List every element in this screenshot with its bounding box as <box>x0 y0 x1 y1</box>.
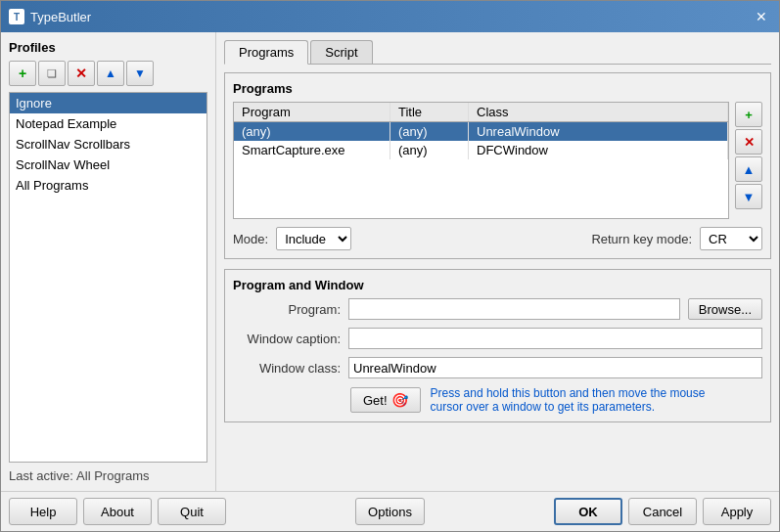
window-caption-input[interactable] <box>348 328 762 349</box>
window-class-row: Window class: <box>233 357 762 378</box>
profile-list[interactable]: IgnoreNotepad ExampleScrollNav Scrollbar… <box>9 92 207 463</box>
mode-select[interactable]: IncludeExclude <box>276 227 351 250</box>
delete-icon: ✕ <box>744 135 755 150</box>
window-class-input[interactable] <box>348 357 762 378</box>
cancel-button[interactable]: Cancel <box>628 498 697 525</box>
mode-row: Mode: IncludeExclude Return key mode: CR… <box>233 227 762 250</box>
delete-profile-button[interactable]: ✕ <box>68 61 95 86</box>
arrow-down-icon: ▼ <box>743 190 756 204</box>
profiles-title: Profiles <box>9 40 207 55</box>
programs-table-container: ProgramTitleClass(any)(any)UnrealWindowS… <box>233 102 762 219</box>
table-header: ProgramTitleClass <box>234 103 728 122</box>
title-bar: T TypeButler ✕ <box>1 1 779 32</box>
prog-window-group-title: Program and Window <box>233 278 762 292</box>
title-bar-left: T TypeButler <box>9 9 91 24</box>
tabs: ProgramsScript <box>224 40 771 65</box>
quit-button[interactable]: Quit <box>158 498 226 525</box>
programs-group: Programs ProgramTitleClass(any)(any)Unre… <box>224 72 771 259</box>
profile-item[interactable]: All Programs <box>10 175 206 196</box>
move-row-down-button[interactable]: ▼ <box>735 184 762 209</box>
window-class-label: Window class: <box>233 361 341 376</box>
return-key-label: Return key mode: <box>591 232 692 246</box>
profile-item[interactable]: ScrollNav Scrollbars <box>10 134 206 155</box>
arrow-up-icon: ▲ <box>105 66 116 80</box>
table-body: (any)(any)UnrealWindowSmartCapture.exe(a… <box>234 122 728 159</box>
copy-icon: ❏ <box>47 67 57 80</box>
table-side-buttons: +✕▲▼ <box>735 102 762 219</box>
tab-script[interactable]: Script <box>310 40 372 64</box>
prog-window-group: Program and Window Program: Browse... Wi… <box>224 269 771 422</box>
main-content: Profiles + ❏ ✕ ▲ ▼ IgnoreNotepad Example <box>1 32 779 491</box>
bottom-bar: Help About Quit Options OK Cancel Apply <box>1 491 779 531</box>
plus-icon: + <box>745 108 753 122</box>
app-icon: T <box>9 9 24 24</box>
options-button[interactable]: Options <box>355 498 425 525</box>
main-window: T TypeButler ✕ Profiles + ❏ ✕ ▲ <box>0 0 780 532</box>
tab-programs[interactable]: Programs <box>224 40 308 65</box>
right-panel: ProgramsScript Programs ProgramTitleClas… <box>216 32 779 491</box>
help-button[interactable]: Help <box>9 498 77 525</box>
arrow-up-icon: ▲ <box>743 162 756 177</box>
get-label: Get! <box>363 393 388 408</box>
profile-item[interactable]: Notepad Example <box>10 113 206 134</box>
apply-button[interactable]: Apply <box>703 498 771 525</box>
get-row: Get! 🎯 Press and hold this button and th… <box>233 386 762 414</box>
programs-group-title: Programs <box>233 81 762 96</box>
add-row-button[interactable]: + <box>735 102 762 127</box>
move-down-profile-button[interactable]: ▼ <box>126 61 154 86</box>
delete-icon: ✕ <box>75 66 87 81</box>
cell-class: UnrealWindow <box>469 122 728 141</box>
window-title: TypeButler <box>30 10 91 24</box>
copy-profile-button[interactable]: ❏ <box>38 61 66 86</box>
col-header-class: Class <box>469 103 728 121</box>
left-panel: Profiles + ❏ ✕ ▲ ▼ IgnoreNotepad Example <box>1 32 216 491</box>
return-key-select[interactable]: CRLFCRLF <box>700 227 762 250</box>
program-input[interactable] <box>348 298 680 320</box>
plus-icon: + <box>19 66 26 81</box>
profiles-toolbar: + ❏ ✕ ▲ ▼ <box>9 61 207 86</box>
window-caption-label: Window caption: <box>233 332 341 346</box>
table-row[interactable]: SmartCapture.exe(any)DFCWindow <box>234 141 728 159</box>
col-header-title: Title <box>390 103 469 121</box>
mode-label: Mode: <box>233 232 268 246</box>
cell-program: (any) <box>234 122 390 141</box>
last-active: Last active: All Programs <box>9 468 207 483</box>
close-button[interactable]: ✕ <box>752 7 771 26</box>
get-button[interactable]: Get! 🎯 <box>350 387 421 413</box>
add-profile-button[interactable]: + <box>9 61 36 86</box>
cell-program: SmartCapture.exe <box>234 141 390 159</box>
move-row-up-button[interactable]: ▲ <box>735 156 762 182</box>
browse-button[interactable]: Browse... <box>688 298 762 320</box>
delete-row-button[interactable]: ✕ <box>735 129 762 155</box>
cell-title: (any) <box>390 122 469 141</box>
about-button[interactable]: About <box>83 498 152 525</box>
cell-class: DFCWindow <box>469 141 728 159</box>
program-row: Program: Browse... <box>233 298 762 320</box>
ok-button[interactable]: OK <box>554 498 622 525</box>
cell-title: (any) <box>390 141 469 159</box>
programs-table: ProgramTitleClass(any)(any)UnrealWindowS… <box>233 102 729 219</box>
get-icon: 🎯 <box>391 392 408 408</box>
profile-item[interactable]: Ignore <box>10 93 206 113</box>
table-row[interactable]: (any)(any)UnrealWindow <box>234 122 728 141</box>
arrow-down-icon: ▼ <box>134 66 146 80</box>
move-up-profile-button[interactable]: ▲ <box>97 61 124 86</box>
get-hint: Press and hold this button and then move… <box>431 386 706 414</box>
col-header-program: Program <box>234 103 390 121</box>
window-caption-row: Window caption: <box>233 328 762 349</box>
profile-item[interactable]: ScrollNav Wheel <box>10 155 206 175</box>
program-label: Program: <box>233 302 341 317</box>
